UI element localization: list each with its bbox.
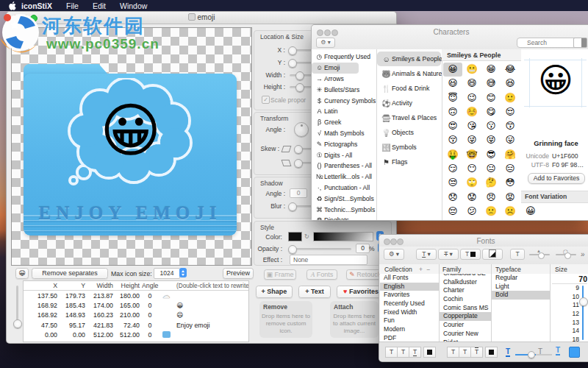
refresh-icon[interactable]: ↻ [304,233,309,240]
col-width[interactable]: Width [87,282,115,289]
fonts-title-bar[interactable]: Fonts [379,235,588,247]
gear-menu-button[interactable]: ⚙ ▾ [384,249,404,260]
shadow-opacity-slider[interactable]: ▲ [529,254,550,255]
collection-item[interactable]: Recently Used [380,300,439,308]
emoji-cell[interactable]: 😶 [462,162,481,176]
add-to-favorites-button[interactable]: Add to Favorites [528,173,585,184]
font-variation-glyph[interactable]: 😀 [526,205,536,216]
group-item[interactable]: ⚑ Flags [377,155,442,169]
family-item[interactable]: Courier [440,321,491,330]
category-item[interactable]: № Letterlik...ols - All [312,171,376,183]
underline-none-button[interactable]: T [385,347,398,358]
size-item[interactable]: 14 [551,327,579,336]
collection-item[interactable]: English [380,283,439,291]
family-item[interactable]: Copperplate [440,312,491,321]
emoji-cell[interactable]: 🤔 [481,176,501,190]
underline-menu-button[interactable]: T ▾ [416,249,437,260]
emoji-cell[interactable]: 😔 [443,205,462,219]
category-item[interactable]: A Latin [312,106,376,117]
emoji-cell[interactable]: ☹️ [501,205,520,219]
underline-color-button[interactable] [423,347,436,358]
skew-v-slider-knob[interactable] [294,159,303,168]
emoji-cell[interactable]: 😂 [501,63,520,77]
shadow-blur-slider[interactable]: ◯ [556,254,576,255]
toolbar-overflow-button[interactable]: » [581,250,585,258]
group-item[interactable]: 🔣 Symbols [377,140,442,155]
collection-item[interactable]: Favorites [380,291,439,300]
emoji-cell[interactable]: 😆 [501,77,520,91]
opacity-slider-knob[interactable] [288,245,297,254]
emoji-cell[interactable]: 😙 [501,119,520,133]
emoji-cell[interactable]: 😀 [443,63,462,77]
color-gradient-slider[interactable] [313,232,373,241]
text-color-slider-knob[interactable] [528,351,535,358]
collection-item[interactable]: Fixed Width [380,308,439,317]
col-x[interactable]: X [33,282,60,289]
table-row[interactable]: 47.5095.17421.8372.40 0 Enjoy emoji [24,320,248,330]
emoji-cell[interactable]: 😎 [481,148,501,162]
table-row[interactable]: 168.92185.43174.00165.00 0 😀 [24,300,248,310]
add-text-button[interactable]: + Text [298,286,331,298]
width-slider-knob[interactable] [295,71,304,80]
document-color-button[interactable] [482,249,503,260]
underline-single-button[interactable]: T [397,347,409,358]
category-item[interactable]: ☺ Emoji [312,63,359,74]
category-item[interactable]: ◷ Frequently Used [312,52,376,63]
panel-toggle-icon[interactable] [573,38,587,48]
size-item[interactable]: 9 [551,284,579,293]
group-item[interactable]: 💡 Objects [377,125,442,140]
gear-menu-button[interactable]: ⚙ ▾ [316,38,335,48]
category-item[interactable]: ① Digits - All [312,149,376,160]
frame-button[interactable]: ▣ Frame [264,269,296,280]
menu-edit[interactable]: Edit [93,1,106,10]
text-color-well[interactable] [569,347,580,358]
emoji-cell[interactable]: 🙄 [462,176,481,190]
x-slider-knob[interactable] [288,46,297,55]
table-row[interactable]: 0.000.00512.00512.00 0 [24,330,248,340]
emoji-cell[interactable]: 😕 [462,205,481,219]
strike-none-button[interactable]: T [447,347,459,358]
typeface-item[interactable]: Regular [492,274,550,283]
icon-canvas[interactable]: 😀 Enjoy emoji [11,27,252,266]
size-slider[interactable] [582,286,584,340]
col-y[interactable]: Y [60,282,87,289]
effect-dropdown[interactable]: None [290,255,368,265]
group-item[interactable]: 🍴 Food & Drink [377,81,442,96]
group-item[interactable]: ⚽ Activity [377,96,442,110]
characters-title-bar[interactable]: Characters ⚙ ▾ [312,25,588,50]
height-slider-knob[interactable] [295,83,304,92]
emoji-cell[interactable]: 🤓 [462,148,481,162]
table-row[interactable]: 137.50179.73213.87180.00 0 [24,291,248,300]
typeface-item[interactable]: Light [492,283,550,291]
family-item[interactable]: Chalkduster [440,278,491,287]
menu-window[interactable]: Window [120,1,147,10]
emoji-cell[interactable]: 😉 [462,91,481,105]
remove-collection-button[interactable]: − [426,266,430,273]
collection-item[interactable]: Fun [380,316,439,325]
strike-double-button[interactable]: T [470,347,483,358]
emoji-cell[interactable]: 🤗 [501,148,520,162]
scale-proportional-checkbox[interactable]: ✓ [262,96,270,104]
skew-h-slider-knob[interactable] [294,145,303,154]
group-item[interactable]: ☺ Smileys & People [377,52,441,66]
emoji-cell[interactable]: 😊 [481,91,501,105]
size-item[interactable]: 10 [551,293,579,302]
category-item[interactable]: → Arrows [312,74,376,85]
typeface-item[interactable]: Bold [492,291,550,300]
category-item[interactable]: ✎ Pictographs [312,138,376,149]
emoji-cell[interactable]: 😐 [481,162,501,176]
emoji-cell[interactable]: 😜 [462,133,481,147]
emoji-cell[interactable]: 😡 [501,191,520,205]
text-shadow-button[interactable]: T [510,249,525,260]
emoji-cell[interactable]: 😑 [501,162,520,176]
emoji-cell[interactable]: 😃 [443,77,462,91]
color-well[interactable] [288,232,302,241]
emoji-cell[interactable]: 😝 [481,133,501,147]
emoji-cell[interactable]: 😋 [481,105,501,119]
angle-dial[interactable] [294,122,309,137]
preview-button[interactable]: Preview [223,268,254,279]
emoji-cell[interactable]: 😄 [462,77,481,91]
opacity-field[interactable]: 0 [356,244,370,253]
category-item[interactable]: ⌘ Technic...Symbols [312,204,376,215]
category-item[interactable]: ❁ Dingbats [312,215,376,220]
